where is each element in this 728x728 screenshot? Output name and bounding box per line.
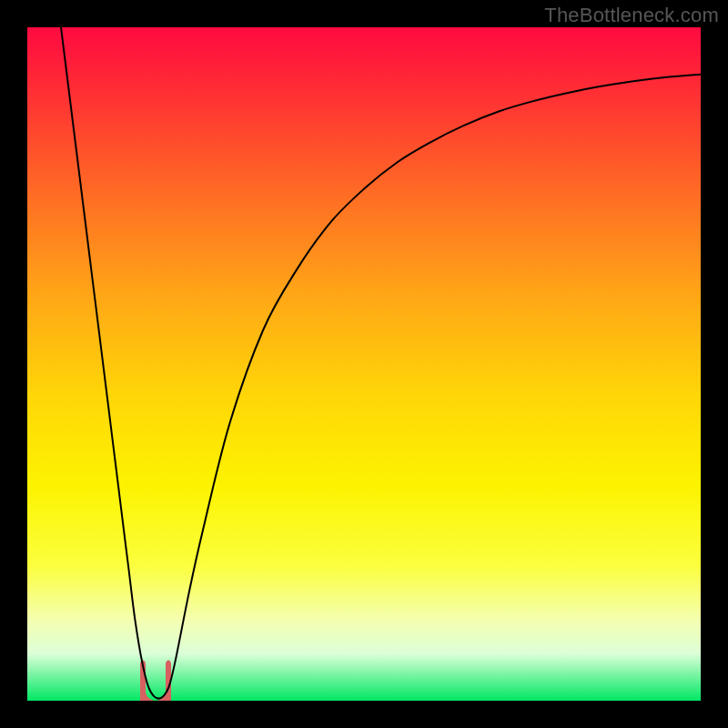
chart-frame: TheBottleneck.com [0,0,728,728]
plot-area [27,27,701,701]
bottleneck-curve [61,27,701,699]
watermark-text: TheBottleneck.com [544,4,719,27]
salmon-u-marker [140,661,171,702]
min-marker-blob [140,661,171,702]
curve-svg [27,27,701,701]
